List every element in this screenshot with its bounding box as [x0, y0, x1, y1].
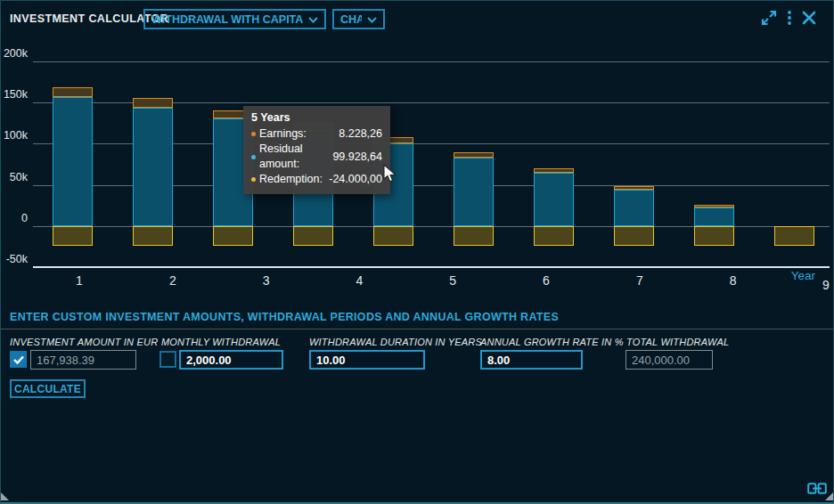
y-tick-label: 50k [1, 171, 28, 183]
x-tick-label: 3 [263, 273, 270, 288]
y-tick-label: 0 [1, 212, 28, 224]
bar-year-7-residual[interactable] [534, 173, 574, 226]
x-tick-label: 4 [356, 273, 363, 288]
y-tick-label: 100k [1, 129, 28, 142]
bar-year-9-redemption[interactable] [694, 226, 734, 246]
more-options-button[interactable] [780, 9, 799, 28]
field-label: MONTHLY WITHDRAWAL [161, 337, 281, 347]
expand-button[interactable] [759, 9, 779, 28]
field-label: ANNUAL GROWTH RATE IN % [480, 337, 624, 347]
x-tick-label: 2 [169, 273, 176, 288]
bar-year-1-earnings[interactable] [53, 87, 93, 97]
withdrawal-duration-input[interactable] [309, 350, 425, 370]
close-icon [800, 16, 818, 29]
view-type-dropdown[interactable]: CHART [332, 9, 385, 29]
y-tick-label: 150k [1, 88, 28, 101]
field-label: INVESTMENT AMOUNT IN EUR [10, 337, 158, 347]
view-type-value: CHART [340, 13, 362, 26]
mouse-cursor-icon [383, 164, 397, 187]
total-withdrawal-input [626, 350, 713, 370]
investment-calculator-window: INVESTMENT CALCULATOR WITHDRAWAL WITH CA… [0, 0, 834, 504]
bar-year-2-redemption[interactable] [133, 226, 173, 246]
bar-year-2-earnings[interactable] [133, 98, 173, 108]
tooltip-value: 8.228,26 [339, 126, 382, 142]
bar-year-6-residual[interactable] [454, 158, 494, 226]
x-tick-label: 9 [822, 278, 830, 292]
calculation-mode-dropdown[interactable]: WITHDRAWAL WITH CAPITA... [143, 9, 326, 29]
x-tick-label: 8 [730, 273, 737, 288]
link-button[interactable] [807, 480, 827, 500]
bar-year-8-redemption[interactable] [614, 226, 654, 246]
bar-year-6-earnings[interactable] [454, 152, 494, 158]
tooltip-label: Earnings: [259, 126, 307, 142]
bar-year-8-earnings[interactable] [614, 186, 654, 190]
calculation-mode-value: WITHDRAWAL WITH CAPITA... [151, 13, 303, 26]
resize-handle-left[interactable] [1, 492, 9, 500]
field-label: WITHDRAWAL DURATION IN YEARS [309, 337, 482, 347]
bar-year-4-redemption[interactable] [293, 226, 333, 246]
tooltip-label: Residual amount: [259, 142, 332, 172]
bar-year-2-residual[interactable] [133, 108, 173, 226]
link-icon [807, 484, 827, 497]
tooltip-label: Redemption: [259, 172, 323, 187]
chevron-down-icon [308, 13, 318, 26]
chevron-down-icon [367, 13, 377, 26]
bar-year-8-residual[interactable] [614, 190, 654, 226]
section-heading: ENTER CUSTOM INVESTMENT AMOUNTS, WITHDRA… [10, 311, 559, 323]
earnings-bullet-icon [251, 132, 256, 136]
expand-icon [760, 16, 778, 29]
close-button[interactable] [799, 9, 819, 28]
tooltip-row-earnings: Earnings: 8.228,26 [251, 126, 382, 142]
monthly-withdrawal-checkbox[interactable] [159, 351, 176, 368]
gridline-200k [33, 61, 830, 62]
section-divider [1, 329, 834, 329]
tooltip-value: -24.000,00 [329, 172, 382, 187]
tooltip-row-redemption: Redemption: -24.000,00 [251, 172, 382, 187]
calculate-button[interactable]: CALCULATE [10, 379, 86, 398]
bar-year-1-redemption[interactable] [53, 226, 93, 246]
bar-year-10-redemption[interactable] [774, 226, 814, 246]
bar-year-7-redemption[interactable] [534, 226, 574, 246]
x-tick-label: 7 [636, 273, 643, 288]
annual-growth-rate-input[interactable] [480, 350, 583, 370]
x-axis-title: Year [773, 269, 815, 282]
bar-year-5-redemption[interactable] [373, 226, 413, 246]
bar-year-9-earnings[interactable] [694, 205, 734, 207]
tooltip-title: 5 Years [251, 111, 382, 124]
x-tick-label: 6 [543, 273, 550, 288]
kebab-menu-icon [781, 16, 798, 29]
y-tick-label: -50k [1, 253, 28, 265]
monthly-withdrawal-input[interactable] [179, 350, 283, 370]
tooltip-row-residual: Residual amount: 99.928,64 [251, 142, 382, 172]
x-axis-baseline [33, 266, 830, 268]
bar-year-7-earnings[interactable] [534, 168, 574, 173]
investment-amount-checkbox[interactable] [10, 351, 27, 368]
residual-bullet-icon [251, 155, 256, 159]
bar-year-6-redemption[interactable] [454, 226, 494, 246]
bar-year-3-redemption[interactable] [213, 226, 253, 246]
tooltip-value: 99.928,64 [332, 150, 382, 165]
y-tick-label: 200k [1, 47, 28, 60]
chart-tooltip: 5 Years Earnings: 8.228,26 Residual amou… [243, 106, 390, 194]
bar-year-1-residual[interactable] [53, 97, 93, 226]
redemption-bullet-icon [251, 177, 256, 182]
checkmark-icon [13, 352, 24, 368]
x-tick-label: 1 [76, 273, 83, 288]
x-tick-label: 5 [449, 273, 456, 288]
field-label: TOTAL WITHDRAWAL [626, 337, 729, 347]
bar-year-9-residual[interactable] [694, 207, 734, 226]
investment-amount-input [30, 350, 136, 370]
